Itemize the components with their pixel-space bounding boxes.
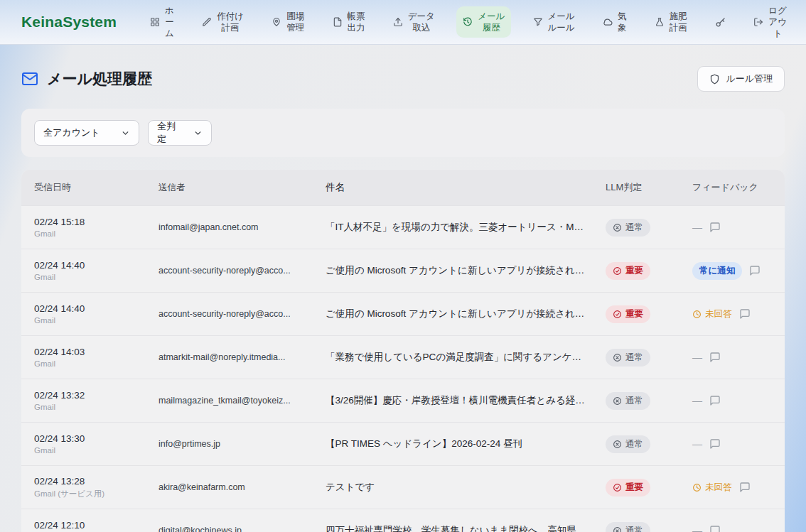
- cell-llm: 重要: [593, 262, 679, 280]
- cell-llm: 通常: [593, 522, 679, 532]
- judgment-filter-value: 全判定: [157, 120, 181, 146]
- cell-date: 02/24 13:28 Gmail (サービス用): [21, 476, 146, 499]
- circle-check-icon: [613, 483, 622, 492]
- judgment-filter-select[interactable]: 全判定: [148, 120, 212, 146]
- account-label: Gmail: [34, 229, 139, 238]
- filter-funnel-icon: [533, 17, 543, 27]
- datetime: 02/24 12:10: [34, 520, 139, 531]
- header-feedback: フィードバック: [679, 181, 785, 194]
- cell-date: 02/24 13:32 Gmail: [21, 390, 146, 411]
- nav-item-report-output[interactable]: 帳票 出力: [326, 6, 372, 38]
- account-label: Gmail: [34, 359, 139, 368]
- cell-sender: mailmagazine_tkmail@toyokeiz...: [146, 396, 313, 406]
- page-content: メール処理履歴 ルール管理 全アカウント 全判定 受信日時 送信者 件名 LLM…: [0, 45, 806, 532]
- nav-label: メール 履歴: [478, 11, 505, 34]
- datetime: 02/24 14:40: [34, 260, 139, 271]
- feedback-unanswered: 未回答: [692, 482, 732, 494]
- nav-label: 気 象: [618, 11, 627, 34]
- feedback-none: —: [692, 222, 702, 233]
- cell-sender: infomail@japan.cnet.com: [146, 222, 313, 232]
- datetime: 02/24 13:28: [34, 476, 139, 487]
- nav-item-data-import[interactable]: データ 取込: [387, 6, 441, 38]
- table-row[interactable]: 02/24 14:40 Gmail account-security-norep…: [21, 292, 785, 335]
- mail-history-table: 受信日時 送信者 件名 LLM判定 フィードバック 02/24 15:18 Gm…: [21, 170, 785, 532]
- main-nav: ホ ー ム 作付け 計画 圃場 管理 帳票 出力 データ 取込 メール 履歴 メ…: [144, 1, 793, 44]
- account-label: Gmail (サービス用): [34, 489, 139, 499]
- feedback-unanswered: 未回答: [692, 308, 732, 320]
- chevron-down-icon: [193, 129, 203, 138]
- circle-x-icon: [613, 526, 622, 532]
- comment-bubble-icon[interactable]: [739, 482, 751, 493]
- nav-item-fertilizer-plan[interactable]: 施肥 計画: [648, 6, 694, 38]
- comment-bubble-icon[interactable]: [709, 352, 721, 363]
- datetime: 02/24 14:40: [34, 303, 139, 314]
- datetime: 02/24 15:18: [34, 217, 139, 227]
- cell-sender: atmarkit-mail@noreply.itmedia...: [146, 352, 313, 362]
- nav-item-field-management[interactable]: 圃場 管理: [265, 6, 311, 38]
- nav-label: 施肥 計画: [670, 11, 687, 34]
- circle-x-icon: [613, 396, 622, 406]
- comment-bubble-icon[interactable]: [709, 222, 721, 233]
- table-row[interactable]: 02/24 13:28 Gmail (サービス用) akira@keinafar…: [21, 465, 785, 509]
- cell-llm: 重要: [593, 479, 679, 496]
- circle-x-icon: [613, 223, 622, 232]
- nav-item-key[interactable]: [709, 13, 732, 32]
- circle-check-icon: [613, 310, 622, 319]
- header-sender: 送信者: [146, 182, 313, 194]
- cell-date: 02/24 14:40 Gmail: [21, 260, 146, 281]
- feedback-always-notify-badge: 常に通知: [692, 262, 742, 280]
- table-row[interactable]: 02/24 14:40 Gmail account-security-norep…: [21, 249, 785, 292]
- nav-item-logout[interactable]: ログ アウ ト: [747, 1, 793, 44]
- llm-badge-normal: 通常: [606, 522, 650, 532]
- account-filter-select[interactable]: 全アカウント: [34, 120, 139, 146]
- account-filter-value: 全アカウント: [43, 126, 100, 139]
- nav-label: 圃場 管理: [286, 11, 304, 34]
- cell-subject: 「IT人材不足」を現場の力で解決。三菱オートリース・MS＆AD...: [313, 221, 593, 234]
- clock-icon: [692, 483, 702, 492]
- table-row[interactable]: 02/24 13:32 Gmail mailmagazine_tkmail@to…: [21, 379, 785, 422]
- cell-date: 02/24 15:18 Gmail: [21, 217, 146, 238]
- nav-item-mail-history[interactable]: メール 履歴: [456, 6, 511, 38]
- llm-badge-normal: 通常: [606, 392, 650, 410]
- app-header: KeinaSystem ホ ー ム 作付け 計画 圃場 管理 帳票 出力 データ…: [0, 0, 806, 45]
- llm-badge-important: 重要: [606, 305, 650, 323]
- cell-date: 02/24 14:03 Gmail: [21, 347, 146, 368]
- table-row[interactable]: 02/24 15:18 Gmail infomail@japan.cnet.co…: [21, 205, 785, 249]
- key-icon: [715, 17, 726, 28]
- feedback-none: —: [692, 395, 702, 406]
- upload-icon: [393, 17, 403, 27]
- comment-bubble-icon[interactable]: [709, 395, 721, 406]
- clock-icon: [692, 310, 702, 319]
- rule-management-button[interactable]: ルール管理: [697, 66, 785, 92]
- nav-item-home[interactable]: ホ ー ム: [144, 1, 181, 44]
- page-title: メール処理履歴: [47, 69, 152, 89]
- datetime: 02/24 14:03: [34, 347, 139, 357]
- comment-bubble-icon[interactable]: [749, 265, 761, 276]
- cell-feedback: —: [679, 222, 785, 233]
- llm-badge-normal: 通常: [606, 349, 650, 367]
- comment-bubble-icon[interactable]: [709, 438, 721, 450]
- cell-feedback: 常に通知: [679, 262, 785, 280]
- cell-feedback: —: [679, 395, 785, 406]
- comment-bubble-icon[interactable]: [739, 308, 751, 320]
- table-row[interactable]: 02/24 12:10 Gmail digital@kochinews.jp 四…: [21, 509, 785, 532]
- cell-date: 02/24 12:10 Gmail: [21, 520, 146, 532]
- header-received-datetime: 受信日時: [21, 181, 146, 194]
- circle-x-icon: [613, 440, 622, 449]
- comment-bubble-icon[interactable]: [709, 525, 721, 532]
- nav-label: ログ アウ ト: [768, 5, 787, 40]
- nav-item-planting-plan[interactable]: 作付け 計画: [195, 6, 250, 38]
- account-label: Gmail: [34, 403, 139, 411]
- nav-label: ホ ー ム: [165, 5, 174, 40]
- table-row[interactable]: 02/24 13:30 Gmail info@prtimes.jp 【PR TI…: [21, 422, 785, 465]
- nav-item-mail-rules[interactable]: メール ルール: [527, 6, 581, 38]
- llm-badge-normal: 通常: [606, 219, 650, 237]
- table-row[interactable]: 02/24 14:03 Gmail atmarkit-mail@noreply.…: [21, 335, 785, 379]
- nav-item-weather[interactable]: 気 象: [596, 6, 633, 38]
- cell-sender: info@prtimes.jp: [146, 439, 313, 449]
- account-label: Gmail: [34, 446, 139, 455]
- nav-label: メール ルール: [548, 11, 575, 34]
- cell-subject: 【3/26開催】慶応・岸教授登壇！横川電機責任者とみる経営...: [313, 394, 593, 407]
- llm-badge-normal: 通常: [606, 435, 650, 453]
- cell-date: 02/24 14:40 Gmail: [21, 303, 146, 325]
